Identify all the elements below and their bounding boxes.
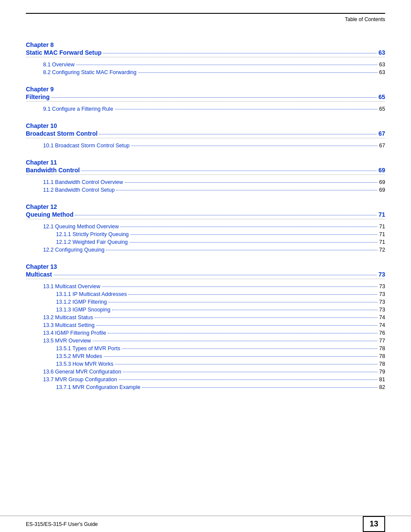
toc-entry-text-ch13-2: 13.1.2 IGMP Filtering xyxy=(56,299,107,305)
toc-dots-ch13-6 xyxy=(108,333,377,333)
toc-entry-text-ch12-3: 12.2 Configuring Queuing xyxy=(43,247,104,253)
chapter-dots-ch11 xyxy=(81,171,377,171)
toc-entry-text-ch13-9: 13.5.2 MVR Modes xyxy=(56,353,102,359)
toc-dots-ch13-9 xyxy=(104,356,377,357)
page-container: Table of Contents Chapter 8Static MAC Fo… xyxy=(0,13,411,532)
toc-entry-text-ch12-2: 12.1.2 Weighted Fair Queuing xyxy=(56,239,128,245)
chapter-heading-ch13: Chapter 13 xyxy=(26,263,385,270)
toc-entry-ch13-1: 13.1.1 IP Multicast Addresses73 xyxy=(26,291,385,297)
toc-entry-text-ch9-0: 9.1 Configure a Filtering Rule xyxy=(43,106,113,112)
toc-dots-ch12-0 xyxy=(121,227,377,227)
toc-entry-ch12-3: 12.2 Configuring Queuing72 xyxy=(26,247,385,253)
chapter-title-row-ch9: Filtering65 xyxy=(26,93,385,102)
toc-dots-ch13-3 xyxy=(112,310,377,310)
toc-page-ch13-12: 81 xyxy=(379,376,385,383)
top-bar: Table of Contents xyxy=(26,13,385,22)
toc-dots-ch8-1 xyxy=(138,72,377,73)
chapter-dots-ch8 xyxy=(103,53,377,53)
toc-page-ch12-3: 72 xyxy=(379,247,385,253)
toc-entry-ch13-8: 13.5.1 Types of MVR Ports78 xyxy=(26,345,385,352)
toc-entry-ch13-12: 13.7 MVR Group Configuration81 xyxy=(26,376,385,383)
toc-entry-text-ch10-0: 10.1 Broadcast Storm Control Setup xyxy=(43,143,130,149)
chapter-page-ch12: 71 xyxy=(378,211,385,218)
toc-page-ch13-13: 82 xyxy=(379,384,385,390)
chapter-title-ch8: Static MAC Forward Setup xyxy=(26,49,102,56)
toc-entry-text-ch8-1: 8.2 Configuring Static MAC Forwarding xyxy=(43,69,137,75)
toc-dots-ch13-13 xyxy=(142,387,377,388)
toc-page-ch13-6: 76 xyxy=(379,330,385,336)
toc-dots-ch10-0 xyxy=(131,146,377,146)
toc-dots-ch13-12 xyxy=(119,380,377,380)
toc-entry-ch12-2: 12.1.2 Weighted Fair Queuing71 xyxy=(26,239,385,245)
toc-dots-ch13-0 xyxy=(102,286,377,287)
toc-entry-text-ch13-5: 13.3 Multicast Setting xyxy=(43,322,95,328)
toc-entry-ch10-0: 10.1 Broadcast Storm Control Setup67 xyxy=(26,143,385,149)
toc-entry-text-ch13-4: 13.2 Multicast Status xyxy=(43,314,93,320)
chapter-title-row-ch8: Static MAC Forward Setup63 xyxy=(26,49,385,57)
toc-page-ch8-0: 63 xyxy=(379,62,385,68)
toc-entry-ch13-0: 13.1 Multicast Overview73 xyxy=(26,283,385,289)
toc-entry-ch13-6: 13.4 IGMP Filtering Profile76 xyxy=(26,330,385,336)
toc-page-ch8-1: 63 xyxy=(379,69,385,75)
toc-entry-ch13-5: 13.3 Multicast Setting74 xyxy=(26,322,385,328)
toc-dots-ch8-0 xyxy=(76,65,377,65)
toc-page-ch11-1: 69 xyxy=(379,187,385,193)
chapter-title-ch9: Filtering xyxy=(26,93,50,100)
chapter-heading-ch11: Chapter 11 xyxy=(26,159,385,166)
toc-page-ch13-4: 74 xyxy=(379,314,385,320)
toc-entry-text-ch12-1: 12.1.1 Strictly Priority Queuing xyxy=(56,231,129,237)
chapter-title-ch11: Bandwidth Control xyxy=(26,167,80,174)
toc-page-ch13-7: 77 xyxy=(379,338,385,344)
toc-entry-ch13-9: 13.5.2 MVR Modes78 xyxy=(26,353,385,359)
toc-page-ch10-0: 67 xyxy=(379,143,385,149)
toc-entry-text-ch13-12: 13.7 MVR Group Configuration xyxy=(43,376,117,383)
toc-entry-text-ch13-8: 13.5.1 Types of MVR Ports xyxy=(56,345,120,352)
toc-entry-ch13-11: 13.6 General MVR Configuration79 xyxy=(26,369,385,375)
toc-entry-ch13-13: 13.7.1 MVR Configuration Example82 xyxy=(26,384,385,390)
chapter-page-ch11: 69 xyxy=(378,167,385,174)
toc-page-ch12-1: 71 xyxy=(379,231,385,237)
toc-entry-ch9-0: 9.1 Configure a Filtering Rule65 xyxy=(26,106,385,112)
toc-entry-text-ch8-0: 8.1 Overview xyxy=(43,62,75,68)
chapter-dots-ch9 xyxy=(51,97,377,98)
chapter-dots-ch13 xyxy=(54,275,377,275)
toc-entry-ch8-1: 8.2 Configuring Static MAC Forwarding63 xyxy=(26,69,385,75)
toc-page-ch13-5: 74 xyxy=(379,322,385,328)
toc-entry-text-ch13-10: 13.5.3 How MVR Works xyxy=(56,361,113,367)
toc-entry-text-ch13-6: 13.4 IGMP Filtering Profile xyxy=(43,330,106,336)
toc-entry-text-ch13-13: 13.7.1 MVR Configuration Example xyxy=(56,384,140,390)
toc-entry-text-ch11-0: 11.1 Bandwidth Control Overview xyxy=(43,179,123,185)
chapter-heading-ch12: Chapter 12 xyxy=(26,203,385,210)
toc-page-ch11-0: 69 xyxy=(379,179,385,185)
toc-dots-ch9-0 xyxy=(115,109,378,109)
toc-entry-text-ch13-1: 13.1.1 IP Multicast Addresses xyxy=(56,291,127,297)
toc-entry-ch12-0: 12.1 Queuing Method Overview71 xyxy=(26,224,385,230)
chapter-heading-ch9: Chapter 9 xyxy=(26,86,385,93)
footer: ES-315/ES-315-F User's Guide 13 xyxy=(0,516,411,532)
toc-dots-ch13-8 xyxy=(122,348,377,349)
toc-entry-ch13-7: 13.5 MVR Overview77 xyxy=(26,338,385,344)
chapter-page-ch9: 65 xyxy=(378,93,385,100)
toc-entry-text-ch13-11: 13.6 General MVR Configuration xyxy=(43,369,121,375)
toc-dots-ch12-3 xyxy=(106,250,377,250)
chapter-page-ch8: 63 xyxy=(378,49,385,56)
toc-entry-ch11-0: 11.1 Bandwidth Control Overview69 xyxy=(26,179,385,185)
toc-entry-ch13-3: 13.1.3 IGMP Snooping73 xyxy=(26,307,385,313)
toc-entry-text-ch12-0: 12.1 Queuing Method Overview xyxy=(43,224,119,230)
toc-entry-ch13-2: 13.1.2 IGMP Filtering73 xyxy=(26,299,385,305)
toc-page-ch13-8: 78 xyxy=(379,345,385,352)
chapter-title-row-ch11: Bandwidth Control69 xyxy=(26,167,385,175)
header-label: Table of Contents xyxy=(345,16,385,22)
toc-dots-ch13-7 xyxy=(93,341,377,341)
footer-page-number: 13 xyxy=(363,516,385,532)
main-content: Chapter 8Static MAC Forward Setup638.1 O… xyxy=(0,22,411,419)
chapter-page-ch13: 73 xyxy=(378,271,385,278)
toc-entry-text-ch13-7: 13.5 MVR Overview xyxy=(43,338,91,344)
toc-page-ch13-3: 73 xyxy=(379,307,385,313)
toc-dots-ch11-1 xyxy=(116,190,377,190)
toc-dots-ch12-1 xyxy=(131,234,377,235)
toc-dots-ch13-10 xyxy=(115,364,377,364)
toc-dots-ch13-4 xyxy=(95,317,377,318)
chapter-title-row-ch10: Broadcast Storm Control67 xyxy=(26,130,385,138)
toc-entry-text-ch11-1: 11.2 Bandwidth Control Setup xyxy=(43,187,115,193)
